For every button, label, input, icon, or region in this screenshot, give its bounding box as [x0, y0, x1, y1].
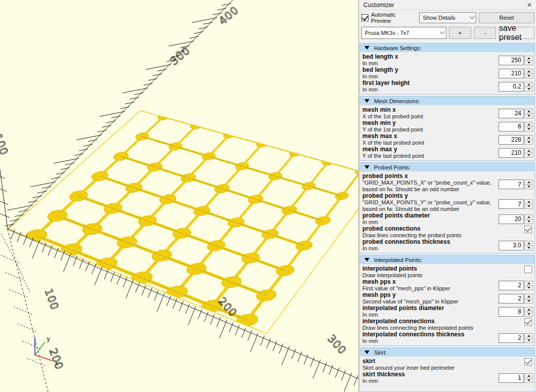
number-field[interactable]: [499, 241, 524, 250]
spin-down-button[interactable]: [524, 87, 533, 92]
group-header[interactable]: Mesh Dimensions:: [360, 97, 534, 105]
spin-up-button[interactable]: [524, 333, 533, 338]
spin-up-button[interactable]: [524, 109, 533, 114]
number-field[interactable]: [499, 199, 524, 209]
param-line: mesh pps xFirst value of "mesh_pps" in K…: [362, 279, 533, 292]
remove-preset-button[interactable]: -: [474, 27, 496, 39]
spin-down-button[interactable]: [524, 286, 533, 290]
svg-text:100: 100: [42, 287, 61, 312]
number-field[interactable]: [499, 109, 524, 118]
param-row: mesh max yY of the last probed point: [362, 146, 533, 159]
spin-down-button[interactable]: [524, 246, 533, 250]
group-header[interactable]: Probed Points:: [360, 163, 534, 171]
spin-up-button[interactable]: [524, 241, 533, 246]
group-header[interactable]: Hardware Settings:: [360, 43, 534, 52]
group-header[interactable]: Skirt:: [360, 348, 534, 357]
automatic-preview-checkbox[interactable]: [361, 14, 368, 21]
automatic-preview-option: Automatic Preview: [361, 12, 417, 24]
spin-down-button[interactable]: [524, 185, 533, 189]
number-field[interactable]: [499, 148, 524, 158]
number-field[interactable]: [499, 294, 524, 303]
arrow-down-icon: [527, 62, 530, 64]
number-field[interactable]: [499, 281, 524, 290]
arrow-down-icon: [527, 88, 530, 90]
spin-down-button[interactable]: [524, 140, 533, 145]
spin-buttons: [524, 109, 533, 118]
spin-up-button[interactable]: [524, 214, 533, 220]
spin-up-button[interactable]: [524, 180, 533, 185]
number-field[interactable]: [499, 69, 524, 78]
param-group: Hardware Settings:bed length xIn mmbed l…: [359, 43, 535, 95]
spin-down-button[interactable]: [524, 312, 533, 317]
number-field[interactable]: [499, 333, 524, 343]
spin-up-button[interactable]: [524, 199, 533, 204]
spin-up-button[interactable]: [524, 82, 533, 87]
spin-up-button[interactable]: [524, 373, 533, 378]
param-checkbox[interactable]: [524, 318, 532, 326]
number-spinbox: [499, 214, 533, 224]
reset-button[interactable]: Reset: [479, 12, 534, 23]
spin-down-button[interactable]: [524, 61, 533, 65]
preset-dropdown[interactable]: Prusa MK3s - 7x7: [361, 27, 446, 39]
param-text: probed points diameterIn mm: [362, 212, 499, 226]
param-row: interpolated pointsDraw interpolated poi…: [362, 266, 533, 279]
number-field[interactable]: [499, 56, 524, 65]
spin-up-button[interactable]: [524, 307, 533, 312]
param-checkbox[interactable]: [524, 226, 532, 233]
number-field[interactable]: [499, 82, 524, 92]
customizer-title-bar: Customizer ✕: [359, 0, 536, 10]
spin-down-button[interactable]: [524, 204, 533, 209]
param-label: skirt: [362, 358, 524, 365]
spin-up-button[interactable]: [524, 281, 533, 286]
group-header[interactable]: Interpolated Points:: [360, 255, 534, 264]
param-checkbox[interactable]: [524, 358, 532, 366]
spin-down-button[interactable]: [524, 299, 533, 303]
number-spinbox: [499, 135, 533, 145]
collapse-triangle-icon: [364, 351, 369, 354]
param-description: In mm: [362, 378, 499, 384]
spin-up-button[interactable]: [524, 56, 533, 61]
param-label: probed connections thickness: [362, 239, 499, 245]
spin-down-button[interactable]: [524, 378, 533, 383]
param-text: mesh pps xFirst value of "mesh_pps" in K…: [362, 279, 499, 292]
number-spinbox: [499, 82, 533, 92]
details-dropdown[interactable]: Show Details: [419, 12, 476, 23]
param-description: "GRID_MAX_POINTS_Y" or "probe_count_y" v…: [362, 199, 499, 212]
arrow-up-icon: [527, 375, 530, 377]
param-label: first layer height: [362, 80, 499, 86]
param-checkbox[interactable]: [524, 266, 532, 273]
collapse-triangle-icon: [364, 165, 369, 169]
number-field[interactable]: [499, 307, 524, 317]
spin-down-button[interactable]: [524, 220, 533, 224]
spin-down-button[interactable]: [524, 74, 533, 78]
spin-down-button[interactable]: [524, 127, 533, 132]
3d-viewport[interactable]: 300400200300100200100xy: [0, 0, 359, 392]
group-body: mesh min xX of the 1st probed pointmesh …: [360, 105, 534, 160]
close-icon[interactable]: ✕: [526, 2, 533, 9]
param-line: probed points diameterIn mm: [362, 212, 533, 226]
number-field[interactable]: [499, 180, 524, 189]
svg-text:300: 300: [325, 332, 349, 357]
spin-up-button[interactable]: [524, 69, 533, 74]
group-body: bed length xIn mmbed length yIn mmfirst …: [360, 52, 534, 94]
number-spinbox: [499, 294, 533, 303]
number-field[interactable]: [499, 214, 524, 224]
spin-up-button[interactable]: [524, 135, 533, 140]
param-label: interpolated connections thickness: [362, 331, 499, 338]
param-row: mesh max xX of the last probed point: [362, 133, 533, 146]
number-field[interactable]: [499, 373, 524, 383]
spin-up-button[interactable]: [524, 148, 533, 153]
spin-down-button[interactable]: [524, 114, 533, 118]
group-title: Skirt:: [374, 350, 387, 356]
arrow-up-icon: [527, 335, 530, 337]
panel-title: Customizer: [363, 2, 526, 9]
spin-up-button[interactable]: [524, 294, 533, 299]
spin-up-button[interactable]: [524, 122, 533, 127]
save-preset-button[interactable]: save preset: [499, 27, 534, 39]
spin-down-button[interactable]: [524, 153, 533, 158]
add-preset-button[interactable]: +: [449, 27, 471, 39]
3d-scene[interactable]: 300400200300100200100xy: [0, 0, 359, 392]
number-field[interactable]: [499, 122, 524, 132]
spin-down-button[interactable]: [524, 338, 533, 343]
number-field[interactable]: [499, 135, 524, 145]
